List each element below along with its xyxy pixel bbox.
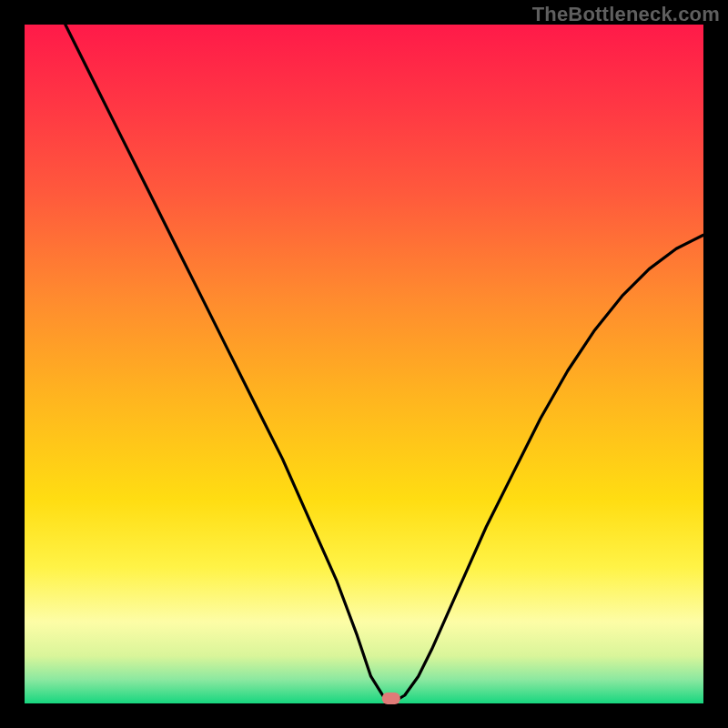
plot-background — [25, 25, 703, 703]
bottleneck-chart — [0, 0, 728, 728]
optimum-marker — [382, 693, 400, 704]
chart-frame: TheBottleneck.com — [0, 0, 728, 728]
watermark-text: TheBottleneck.com — [532, 3, 720, 26]
